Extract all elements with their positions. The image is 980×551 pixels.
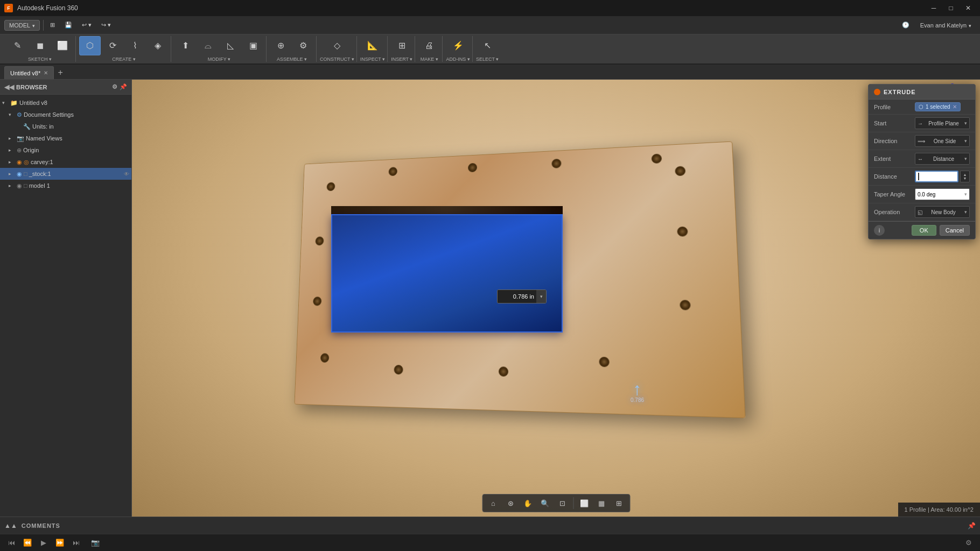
extent-value-container: ↔ Distance [915,153,970,165]
new-component-button[interactable]: ⊕ [270,36,291,55]
scripts-button[interactable]: ⚡ [447,36,469,55]
layout-icon: ⊞ [616,499,622,507]
tree-item-docsettings[interactable]: ⚙ Document Settings [0,109,131,121]
loft-button[interactable]: ◈ [147,36,169,55]
distance-label: Distance [874,173,912,180]
distance-value-container: ▲ ▼ [915,171,970,182]
tree-item-origin[interactable]: ⊕ Origin [0,144,131,156]
spin-down-icon: ▼ [963,176,967,180]
viewport[interactable]: ↑ 0.786 ▾ FRONT [132,80,980,517]
joint-button[interactable]: ⚙ [292,36,314,55]
close-button[interactable]: ✕ [961,2,976,14]
viewport-home-button[interactable]: ⌂ [486,496,501,510]
taper-angle-input[interactable]: 0.0 deg [915,188,970,200]
tree-item-namedviews[interactable]: 📷 Named Views [0,132,131,144]
select-button[interactable]: ↖ [477,36,498,55]
extent-label: Extent [874,156,912,162]
tree-label-namedviews: Named Views [26,135,62,142]
comments-collapse-button[interactable]: ▲▲ [4,522,17,529]
viewport-layout-button[interactable]: ⊞ [611,496,626,510]
transport-bar: ⏮ ⏪ ▶ ⏩ ⏭ 📷 ⚙ [0,534,980,551]
measure-button[interactable]: 📐 [362,36,383,55]
browser-settings-icon[interactable]: ⚙ [112,83,117,90]
viewport-zoomfit-button[interactable]: ⊡ [555,496,570,510]
shell-button[interactable]: ▣ [242,36,264,55]
operation-dropdown[interactable]: ◱ New Body [915,206,970,218]
stock-visibility-icon[interactable]: 👁 [124,171,129,177]
comments-pin-button[interactable]: 📌 [968,522,976,529]
transport-prev-button[interactable]: ⏪ [20,536,34,549]
distance-spinner[interactable]: ▲ ▼ [960,171,970,182]
start-value-text: Profile Plane [928,121,959,126]
browser-pin-icon[interactable]: 📌 [120,83,127,90]
tree-item-units[interactable]: 🔧 Units: in [0,121,131,132]
up-arrow-icon: ↑ [633,379,642,399]
make-button[interactable]: 🖨 [418,36,440,55]
profile-clear-button[interactable]: ✕ [953,104,957,110]
model-mode-dropdown[interactable]: MODEL [4,20,40,31]
viewport-pan-button[interactable]: ✋ [520,496,535,510]
model1-icon: ◉ [17,182,22,189]
redo-button[interactable]: ↪ ▾ [98,19,114,32]
info-button[interactable]: i [874,225,885,236]
cancel-button[interactable]: Cancel [940,225,970,236]
distance-input-field[interactable] [915,171,958,182]
carvey-icon: ◉ [17,159,22,166]
undo-button[interactable]: ↩ ▾ [79,19,95,32]
chamfer-button[interactable]: ◺ [220,36,241,55]
sketch-finish-button[interactable]: ◼ [29,36,51,55]
maximize-button[interactable]: □ [943,2,958,14]
transport-play-button[interactable]: ▶ [37,536,51,549]
transport-camera-button[interactable]: 📷 [88,536,102,549]
offset-plane-button[interactable]: ◇ [326,36,348,55]
transport-next-button[interactable]: ⏩ [53,536,67,549]
extent-icon: ↔ [918,156,923,162]
scripts-icon: ⚡ [453,41,464,50]
browser-collapse-button[interactable]: ◀◀ [4,83,14,91]
insert-group-label: INSERT ▾ [391,56,412,62]
tree-arrow-carvey [9,159,15,165]
distance-dropdown-button[interactable]: ▾ [536,290,546,303]
hole-13 [499,366,508,377]
tree-item-carvey[interactable]: ◉ ◎ carvey:1 [0,156,131,168]
start-dropdown-arrow [964,121,967,126]
transport-settings-button[interactable]: ⚙ [962,536,976,549]
save-button[interactable]: 💾 [61,19,75,32]
start-row: Start → Profile Plane [869,115,975,132]
insert-button[interactable]: ⊞ [391,36,412,55]
fillet-icon: ⌓ [205,41,212,50]
document-tab[interactable]: Untitled v8* ✕ [4,66,54,79]
tree-item-model1[interactable]: ◉ □ model 1 [0,180,131,192]
extent-dropdown[interactable]: ↔ Distance [915,153,970,165]
addins-group: ⚡ ADD-INS ▾ [444,36,473,62]
start-dropdown[interactable]: → Profile Plane [915,117,970,129]
user-account-button[interactable]: Evan and Katelyn [916,21,976,30]
ok-button[interactable]: OK [912,225,936,236]
construct-group: ◇ CONSTRUCT ▾ [318,36,357,62]
transport-end-button[interactable]: ⏭ [69,536,83,549]
viewport-viewcube-button[interactable]: ⬜ [577,496,592,510]
viewport-grid-button[interactable]: ▦ [594,496,609,510]
tree-item-stock[interactable]: ◉ □ _stock:1 👁 [0,168,131,180]
press-pull-button[interactable]: ⬆ [174,36,196,55]
direction-dropdown[interactable]: ⟹ One Side [915,135,970,147]
new-tab-button[interactable]: + [54,66,67,79]
viewport-orbit-button[interactable]: ⊛ [503,496,518,510]
undo-icon: ↩ [82,22,87,29]
sketch-3d-button[interactable]: ⬜ [52,36,73,55]
tree-item-untitled[interactable]: 📁 Untitled v8 [0,97,131,109]
sketch-create-button[interactable]: ✎ [6,36,28,55]
taper-dropdown-arrow [964,192,967,197]
transport-start-button[interactable]: ⏮ [4,536,18,549]
minimize-button[interactable]: ─ [926,2,941,14]
fillet-button[interactable]: ⌓ [197,36,219,55]
revolve-button[interactable]: ⟳ [102,36,123,55]
extrude-button[interactable]: ⬡ [79,36,101,55]
app-icon: F [4,4,13,12]
grid-button[interactable]: ⊞ [47,19,58,32]
tab-close-button[interactable]: ✕ [44,70,48,76]
autosave-button[interactable]: 🕐 [899,19,913,32]
viewport-zoom-button[interactable]: 🔍 [537,496,552,510]
sweep-button[interactable]: ⌇ [124,36,146,55]
distance-value-input[interactable] [498,290,536,303]
